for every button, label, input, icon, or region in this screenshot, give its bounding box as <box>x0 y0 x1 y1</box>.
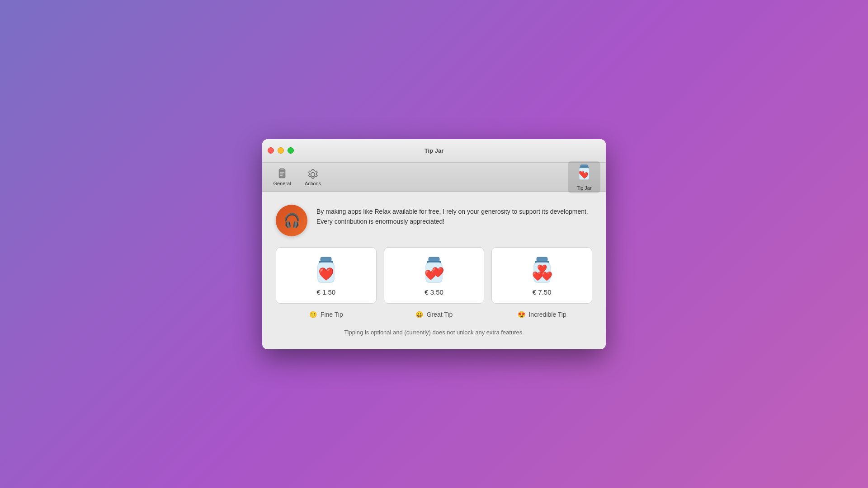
svg-rect-2 <box>280 172 284 173</box>
tip-label-fine: 🙂 Fine Tip <box>276 311 377 318</box>
svg-text:❤️: ❤️ <box>579 170 585 176</box>
fine-tip-emoji: 🙂 <box>309 311 317 318</box>
svg-rect-6 <box>580 166 589 168</box>
traffic-lights <box>268 147 294 154</box>
toolbar-items: General Actions <box>268 165 327 189</box>
svg-text:❤️: ❤️ <box>432 266 444 278</box>
window-title: Tip Jar <box>268 147 600 154</box>
headphone-icon: 🎧 <box>283 212 300 228</box>
tip-cards: ❤️ € 1.50 ❤️ ❤️ € 3.50 <box>276 247 592 304</box>
header-row: 🎧 By making apps like Relax available fo… <box>276 205 592 236</box>
footer-note: Tipping is optional and (currently) does… <box>276 327 592 336</box>
tip-jar-toolbar-icon: ❤️ ❤️ <box>576 164 592 184</box>
incredible-tip-label: Incredible Tip <box>528 311 566 318</box>
tip-jar-incredible-icon: ❤️ ❤️ ❤️ <box>528 256 556 288</box>
app-window: Tip Jar General <box>262 139 606 349</box>
tip-jar-fine-icon: ❤️ <box>312 256 340 288</box>
content-area: 🎧 By making apps like Relax available fo… <box>262 192 606 349</box>
title-bar: Tip Jar <box>262 139 606 163</box>
toolbar: General Actions <box>262 163 606 192</box>
tip-card-great[interactable]: ❤️ ❤️ € 3.50 <box>384 247 485 304</box>
tip-label-incredible: 😍 Incredible Tip <box>491 311 592 318</box>
tip-label-great: 😀 Great Tip <box>384 311 485 318</box>
toolbar-item-general[interactable]: General <box>268 165 297 189</box>
minimize-button[interactable] <box>278 147 284 154</box>
tip-price-fine: € 1.50 <box>316 288 335 296</box>
tip-card-incredible[interactable]: ❤️ ❤️ ❤️ € 7.50 <box>491 247 592 304</box>
general-icon <box>276 168 288 181</box>
toolbar-tip-jar-label: Tip Jar <box>576 185 591 190</box>
incredible-tip-emoji: 😍 <box>518 311 525 318</box>
tip-price-great: € 3.50 <box>425 288 443 296</box>
tip-jar-great-icon: ❤️ ❤️ <box>420 256 448 288</box>
toolbar-tip-jar[interactable]: ❤️ ❤️ Tip Jar <box>568 161 600 193</box>
great-tip-emoji: 😀 <box>415 311 423 318</box>
toolbar-actions-label: Actions <box>305 181 321 186</box>
tip-card-fine[interactable]: ❤️ € 1.50 <box>276 247 377 304</box>
svg-text:❤️: ❤️ <box>318 267 334 282</box>
svg-text:❤️: ❤️ <box>541 271 552 282</box>
tip-labels: 🙂 Fine Tip 😀 Great Tip 😍 Incredible Tip <box>276 311 592 318</box>
svg-rect-4 <box>280 175 283 176</box>
great-tip-label: Great Tip <box>427 311 453 318</box>
svg-rect-3 <box>280 174 283 174</box>
toolbar-general-label: General <box>273 181 291 186</box>
description-text: By making apps like Relax available for … <box>316 205 592 227</box>
svg-rect-1 <box>280 168 284 170</box>
fine-tip-label: Fine Tip <box>321 311 343 318</box>
maximize-button[interactable] <box>288 147 294 154</box>
gear-icon <box>307 168 319 181</box>
app-icon: 🎧 <box>276 205 307 236</box>
tip-price-incredible: € 7.50 <box>533 288 552 296</box>
close-button[interactable] <box>268 147 274 154</box>
toolbar-item-actions[interactable]: Actions <box>298 165 327 189</box>
